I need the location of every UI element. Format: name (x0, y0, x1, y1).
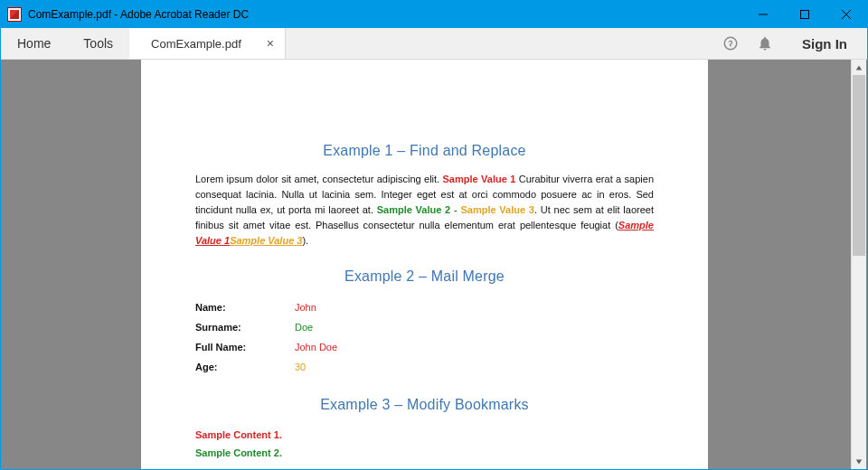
tools-nav[interactable]: Tools (67, 28, 129, 59)
right-gutter (708, 60, 848, 469)
app-toolbar: Home Tools ComExample.pdf × Sign In (1, 28, 867, 60)
paragraph-1: Lorem ipsum dolor sit amet, consectetur … (195, 172, 654, 249)
heading-example-1: Example 1 – Find and Replace (195, 143, 654, 159)
minimize-button[interactable] (742, 1, 784, 28)
field-row: Name:John (195, 297, 654, 317)
acrobat-app-icon (7, 7, 22, 22)
field-label: Surname: (195, 322, 295, 333)
home-nav[interactable]: Home (1, 28, 67, 59)
document-tab-label: ComExample.pdf (151, 37, 241, 51)
field-label: Name: (195, 302, 295, 313)
field-row: Full Name:John Doe (195, 337, 654, 357)
heading-example-2: Example 2 – Mail Merge (195, 268, 654, 285)
scroll-track[interactable] (852, 75, 866, 454)
window-titlebar: ComExample.pdf - Adobe Acrobat Reader DC (1, 1, 867, 28)
field-label: Full Name: (195, 342, 295, 352)
maximize-button[interactable] (784, 1, 826, 28)
document-tab[interactable]: ComExample.pdf × (129, 28, 286, 59)
mail-merge-fields: Name:JohnSurname:DoeFull Name:John DoeAg… (195, 297, 654, 377)
field-value: John (295, 302, 316, 313)
left-gutter (1, 60, 141, 469)
field-row: Surname:Doe (195, 317, 654, 337)
sample-content-1: Sample Content 1. (195, 426, 654, 444)
sample-value-3: Sample Value 3 (460, 204, 534, 215)
help-icon[interactable] (713, 28, 748, 59)
heading-example-3: Example 3 – Modify Bookmarks (195, 397, 654, 413)
svg-rect-1 (801, 11, 809, 19)
pdf-page: Example 1 – Find and Replace Lorem ipsum… (141, 60, 708, 469)
scroll-down-button[interactable] (852, 454, 866, 469)
close-window-button[interactable] (826, 1, 867, 28)
sample-value-1: Sample Value 1 (443, 174, 516, 184)
field-value: Doe (295, 322, 313, 333)
tab-close-icon[interactable]: × (267, 37, 274, 50)
scroll-thumb[interactable] (853, 75, 865, 256)
field-value: 30 (295, 362, 306, 372)
vertical-scrollbar[interactable] (851, 60, 866, 469)
acrobat-window: ComExample.pdf - Adobe Acrobat Reader DC… (0, 0, 868, 470)
field-label: Age: (195, 362, 295, 372)
field-row: Age:30 (195, 357, 654, 377)
sample-content-2: Sample Content 2. (195, 444, 654, 462)
notifications-icon[interactable] (748, 28, 782, 59)
sample-value-3-link: Sample Value 3 (230, 235, 302, 246)
scroll-up-button[interactable] (852, 60, 866, 75)
window-title: ComExample.pdf - Adobe Acrobat Reader DC (28, 8, 249, 21)
document-workarea: Example 1 – Find and Replace Lorem ipsum… (1, 60, 867, 469)
sign-in-button[interactable]: Sign In (782, 28, 867, 59)
field-value: John Doe (295, 342, 337, 352)
sample-value-2: Sample Value 2 (377, 204, 451, 215)
